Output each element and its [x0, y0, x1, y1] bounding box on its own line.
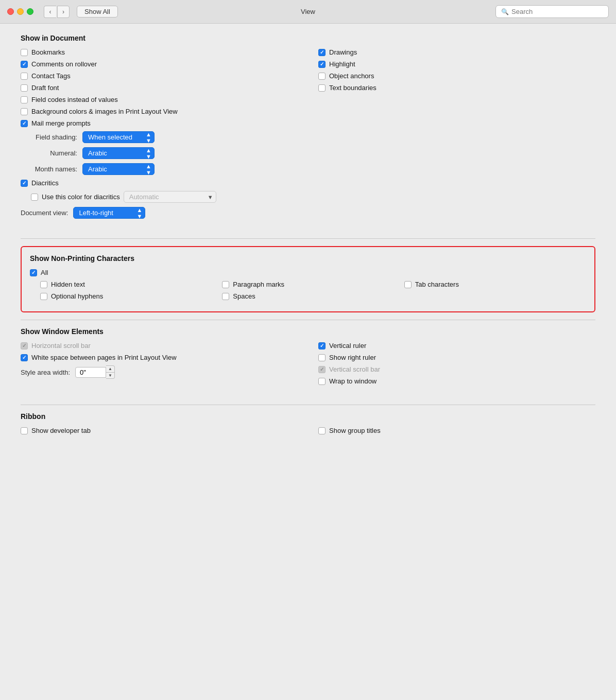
wrap-to-window-checkbox[interactable] — [318, 378, 326, 385]
diacritics-checkbox[interactable] — [21, 180, 28, 187]
close-button[interactable] — [7, 8, 14, 15]
tab-characters-checkbox[interactable] — [404, 281, 412, 288]
vertical-scroll-label: Vertical scroll bar — [329, 365, 380, 373]
hidden-text-row: Hidden text — [40, 281, 222, 288]
paragraph-marks-label: Paragraph marks — [233, 281, 284, 288]
show-right-ruler-label: Show right ruler — [329, 354, 376, 361]
stepper-down-button[interactable]: ▼ — [106, 373, 114, 379]
contact-tags-checkbox[interactable] — [21, 73, 28, 80]
show-window-title: Show Window Elements — [21, 327, 595, 336]
field-codes-checkbox[interactable] — [21, 96, 28, 103]
spaces-row: Spaces — [222, 292, 404, 300]
bookmarks-row: Bookmarks — [21, 48, 298, 56]
tab-characters-label: Tab characters — [415, 281, 459, 288]
use-color-diacritics-row: Use this color for diacritics Automatic … — [31, 191, 298, 203]
numeral-select[interactable]: Arabic Hindi Context — [82, 147, 155, 159]
stepper-up-button[interactable]: ▲ — [106, 366, 114, 373]
style-area-width-label: Style area width: — [21, 369, 70, 376]
comments-label: Comments on rollover — [31, 60, 97, 68]
show-developer-checkbox[interactable] — [21, 427, 28, 434]
optional-hyphens-row: Optional hyphens — [40, 292, 222, 300]
document-view-select-wrap: Left-to-right Right-to-left ▲▼ — [73, 207, 145, 219]
text-boundaries-checkbox[interactable] — [318, 84, 326, 92]
show-non-printing-title: Show Non-Printing Characters — [30, 254, 586, 262]
non-printing-col-1: Paragraph marks Spaces — [222, 281, 404, 304]
object-anchors-checkbox[interactable] — [318, 73, 326, 80]
white-space-checkbox[interactable] — [21, 354, 28, 361]
month-names-select-wrap: Arabic Hindi Context ▲▼ — [82, 163, 155, 175]
non-printing-col-2: Tab characters — [404, 281, 586, 304]
show-all-button[interactable]: Show All — [77, 6, 118, 18]
numeral-select-wrap: Arabic Hindi Context ▲▼ — [82, 147, 155, 159]
month-names-row: Month names: Arabic Hindi Context ▲▼ — [31, 163, 298, 175]
background-colors-row: Background colors & images in Print Layo… — [21, 108, 298, 115]
hidden-text-checkbox[interactable] — [40, 281, 47, 288]
wrap-to-window-label: Wrap to window — [329, 377, 377, 385]
show-in-document-right: Drawings Highlight Object anchors Text b… — [298, 48, 595, 223]
stepper-buttons: ▲ ▼ — [106, 365, 115, 379]
search-icon: 🔍 — [501, 8, 509, 15]
ribbon-cols: Show developer tab Show group titles — [21, 427, 595, 439]
document-view-label: Document view: — [21, 209, 68, 217]
paragraph-marks-checkbox[interactable] — [222, 281, 229, 288]
show-in-document-left: Bookmarks Comments on rollover Contact T… — [21, 48, 298, 223]
horiz-scroll-label: Horizontal scroll bar — [31, 342, 91, 349]
diacritics-color-select-wrap: Automatic ▼ — [124, 191, 216, 203]
divider-1 — [21, 238, 595, 239]
document-view-select[interactable]: Left-to-right Right-to-left — [73, 207, 145, 219]
field-shading-select[interactable]: When selected Always Never — [82, 131, 155, 143]
diacritics-color-select[interactable]: Automatic — [124, 191, 216, 203]
forward-button[interactable]: › — [57, 6, 70, 18]
drawings-checkbox[interactable] — [318, 49, 326, 56]
contact-tags-label: Contact Tags — [31, 72, 71, 80]
all-checkbox[interactable] — [30, 269, 37, 276]
field-shading-row: Field shading: When selected Always Neve… — [31, 131, 298, 143]
month-names-select[interactable]: Arabic Hindi Context — [82, 163, 155, 175]
divider-3 — [21, 405, 595, 405]
horiz-scroll-checkbox — [21, 342, 28, 349]
show-group-titles-label: Show group titles — [329, 427, 381, 434]
mail-merge-row: Mail merge prompts — [21, 119, 298, 127]
vertical-scroll-row: Vertical scroll bar — [318, 365, 595, 373]
object-anchors-label: Object anchors — [329, 72, 374, 80]
field-codes-row: Field codes instead of values — [21, 96, 298, 103]
show-window-left: Horizontal scroll bar White space betwee… — [21, 342, 298, 389]
search-input[interactable] — [511, 8, 603, 15]
show-right-ruler-checkbox[interactable] — [318, 354, 326, 361]
use-color-diacritics-checkbox[interactable] — [31, 194, 38, 201]
bookmarks-checkbox[interactable] — [21, 49, 28, 56]
style-area-width-input[interactable] — [75, 367, 106, 378]
comments-checkbox[interactable] — [21, 61, 28, 68]
vertical-ruler-label: Vertical ruler — [329, 342, 366, 349]
field-shading-select-wrap: When selected Always Never ▲▼ — [82, 131, 155, 143]
minimize-button[interactable] — [17, 8, 24, 15]
white-space-label: White space between pages in Print Layou… — [31, 354, 177, 361]
back-button[interactable]: ‹ — [44, 6, 56, 18]
style-area-width-stepper[interactable]: ▲ ▼ — [75, 365, 115, 379]
optional-hyphens-checkbox[interactable] — [40, 293, 47, 300]
draft-font-checkbox[interactable] — [21, 84, 28, 92]
highlight-checkbox[interactable] — [318, 61, 326, 68]
search-box[interactable]: 🔍 — [495, 5, 609, 18]
month-names-label: Month names: — [31, 165, 77, 173]
background-colors-checkbox[interactable] — [21, 108, 28, 115]
non-printing-col-0: Hidden text Optional hyphens — [40, 281, 222, 304]
diacritics-row: Diacritics — [21, 179, 298, 187]
field-codes-label: Field codes instead of values — [31, 96, 118, 103]
show-in-document-section: Show in Document Bookmarks Comments on r… — [21, 34, 595, 231]
divider-2 — [21, 320, 595, 320]
non-printing-cols: Hidden text Optional hyphens Paragraph m… — [40, 281, 586, 304]
main-content: Show in Document Bookmarks Comments on r… — [0, 24, 616, 457]
ribbon-section: Ribbon Show developer tab Show group tit… — [21, 412, 595, 447]
vertical-ruler-checkbox[interactable] — [318, 342, 326, 349]
comments-row: Comments on rollover — [21, 60, 298, 68]
spaces-checkbox[interactable] — [222, 293, 229, 300]
mail-merge-checkbox[interactable] — [21, 120, 28, 127]
document-view-row: Document view: Left-to-right Right-to-le… — [21, 207, 298, 219]
maximize-button[interactable] — [27, 8, 33, 15]
show-window-right: Vertical ruler Show right ruler Vertical… — [298, 342, 595, 389]
draft-font-row: Draft font — [21, 84, 298, 92]
show-group-titles-checkbox[interactable] — [318, 427, 326, 434]
bookmarks-label: Bookmarks — [31, 48, 65, 56]
drawings-row: Drawings — [318, 48, 595, 56]
